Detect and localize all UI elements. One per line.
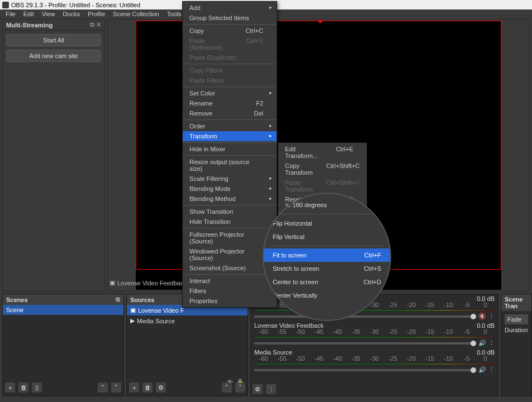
mute-icon[interactable]: 🔊 <box>478 366 486 374</box>
menu-edit[interactable]: Edit <box>20 10 37 18</box>
menu-item-group-selected-items[interactable]: Group Selected Items <box>183 13 277 23</box>
menu-item-hide-transition[interactable]: Hide Transition <box>183 217 277 227</box>
preview-source-label: Lovense Video Feedback <box>117 280 187 286</box>
transitions-header: Scene Tran <box>505 296 528 309</box>
channel-menu-icon[interactable]: ⋮ <box>488 366 495 374</box>
source-item[interactable]: ▶Media Source <box>127 315 248 326</box>
menu-item-paste-reference-: Paste (Reference)Ctrl+V <box>183 36 277 52</box>
source-properties-button[interactable]: ⚙ <box>156 382 166 393</box>
selection-handle[interactable] <box>319 20 322 23</box>
menu-item-rotate-90-degrees-ccw[interactable]: Rotate 90 degrees CCW <box>278 224 367 234</box>
transition-dropdown[interactable]: Fade <box>505 314 528 324</box>
scenes-header: Scenes <box>6 296 28 303</box>
menu-item-remove[interactable]: RemoveDel <box>183 108 277 118</box>
menu-item-scale-filtering[interactable]: Scale Filtering <box>183 174 277 184</box>
duration-label: Duration <box>505 327 528 333</box>
scene-down-button[interactable]: ˅ <box>111 382 121 393</box>
menu-item-set-color[interactable]: Set Color <box>183 88 277 98</box>
menu-item-hide-in-mixer[interactable]: Hide in Mixer <box>183 144 277 154</box>
menu-item-screenshot-source-[interactable]: Screenshot (Source) <box>183 263 277 273</box>
menu-item-show-transition[interactable]: Show Transition <box>183 207 277 217</box>
mute-icon[interactable]: 🔊 <box>478 339 486 347</box>
menu-item-copy-filters: Copy Filters <box>183 65 277 75</box>
scene-up-button[interactable]: ˄ <box>98 382 108 393</box>
context-menu[interactable]: AddGroup Selected ItemsCopyCtrl+CPaste (… <box>182 1 277 308</box>
popout-icon[interactable]: ⧉ <box>90 21 94 28</box>
volume-slider[interactable] <box>254 369 476 371</box>
menu-item-edit-transform-[interactable]: Edit Transform...Ctrl+E <box>278 144 367 161</box>
menu-item-blending-method[interactable]: Blending Method <box>183 194 277 204</box>
multi-streaming-header: Multi-Streaming ⧉ ✕ <box>3 20 104 31</box>
menu-item-properties[interactable]: Properties <box>183 296 277 306</box>
menu-item-blending-mode[interactable]: Blending Mode <box>183 184 277 194</box>
scenes-dock: Scenes ⧉ Scene ＋ 🗑 ▯ ˄ ˅ <box>2 294 124 396</box>
transform-submenu[interactable]: Edit Transform...Ctrl+ECopy TransformCtr… <box>278 142 367 236</box>
sources-header: Sources <box>130 296 154 303</box>
mixer-settings-button[interactable]: ⚙ <box>253 384 263 394</box>
menu-item-add[interactable]: Add <box>183 3 277 13</box>
title-text: OBS 29.1.3 - Profile: Untitled - Scenes:… <box>11 2 140 8</box>
menu-item-paste-transform: Paste TransformCtrl+Shift+V <box>278 178 367 194</box>
mixer-channel: Lovense Video Feedback0.0 dB-60-55-50-45… <box>251 321 498 348</box>
volume-slider[interactable] <box>254 342 476 344</box>
menu-item-filters[interactable]: Filters <box>183 286 277 296</box>
menu-file[interactable]: File <box>2 10 19 18</box>
sources-dock: Sources ⧉ ▣Lovense Video F▶Media Source … <box>126 294 248 396</box>
channel-menu-icon[interactable]: ⋮ <box>488 339 495 347</box>
menu-item-reset-transform[interactable]: Reset TransformCtrl+R <box>278 194 367 211</box>
multi-streaming-title: Multi-Streaming <box>6 22 53 28</box>
mixer-dock: 0.0 dB-60-55-50-45-40-35-30-25-20-15-10-… <box>250 294 498 396</box>
menu-item-rotate-90-degrees-cw[interactable]: Rotate 90 degrees CW <box>278 214 367 224</box>
volume-slider[interactable] <box>254 315 476 318</box>
menu-item-interact[interactable]: Interact <box>183 276 277 286</box>
mixer-menu-button[interactable]: ⋮ <box>266 384 276 394</box>
close-icon[interactable]: ✕ <box>96 21 101 28</box>
source-icon: ▣ <box>110 279 115 286</box>
mute-icon[interactable]: 🔇 <box>478 313 486 320</box>
menu-item-copy-transform[interactable]: Copy TransformCtrl+Shift+C <box>278 161 367 178</box>
selection-handle[interactable] <box>319 267 322 271</box>
menu-item-order[interactable]: Order <box>183 121 277 131</box>
menu-docks[interactable]: Docks <box>59 10 83 18</box>
channel-menu-icon[interactable]: ⋮ <box>488 313 495 320</box>
start-all-button[interactable]: Start All <box>6 34 101 46</box>
menu-item-rename[interactable]: RenameF2 <box>183 98 277 108</box>
source-up-button[interactable]: ˄ <box>222 382 232 393</box>
scene-filters-button[interactable]: ▯ <box>32 382 42 393</box>
menu-profile[interactable]: Profile <box>84 10 108 18</box>
add-cam-button[interactable]: Add new cam site <box>6 50 101 62</box>
obs-icon <box>2 2 9 8</box>
remove-source-button[interactable]: 🗑 <box>142 382 153 393</box>
scene-item[interactable]: Scene <box>3 305 124 315</box>
menu-tools[interactable]: Tools <box>164 10 185 18</box>
menu-scene-collection[interactable]: Scene Collection <box>110 10 163 18</box>
add-scene-button[interactable]: ＋ <box>5 382 15 393</box>
transitions-dock: Scene Tran Fade Duration <box>501 294 532 396</box>
menu-view[interactable]: View <box>39 10 59 18</box>
menu-item-windowed-projector-source-[interactable]: Windowed Projector (Source) <box>183 246 277 263</box>
menu-item-copy[interactable]: CopyCtrl+C <box>183 26 277 36</box>
menu-item-transform[interactable]: Transform <box>183 131 277 141</box>
source-down-button[interactable]: ˅ <box>235 382 245 393</box>
popout-icon[interactable]: ⧉ <box>116 296 120 303</box>
multi-streaming-panel: Multi-Streaming ⧉ ✕ Start All Add new ca… <box>2 19 105 291</box>
menu-item-paste-duplicate-: Paste (Duplicate) <box>183 52 277 63</box>
menu-item-resize-output-source-size-[interactable]: Resize output (source size) <box>183 157 277 174</box>
remove-scene-button[interactable]: 🗑 <box>18 382 28 393</box>
add-source-button[interactable]: ＋ <box>129 382 139 393</box>
mixer-channel: 0.0 dB-60-55-50-45-40-35-30-25-20-15-10-… <box>251 294 498 321</box>
menu-item-fullscreen-projector-source-[interactable]: Fullscreen Projector (Source) <box>183 229 277 246</box>
menu-item-paste-filters: Paste Filters <box>183 75 277 85</box>
mixer-channel: Media Source0.0 dB-60-55-50-45-40-35-30-… <box>251 348 498 375</box>
